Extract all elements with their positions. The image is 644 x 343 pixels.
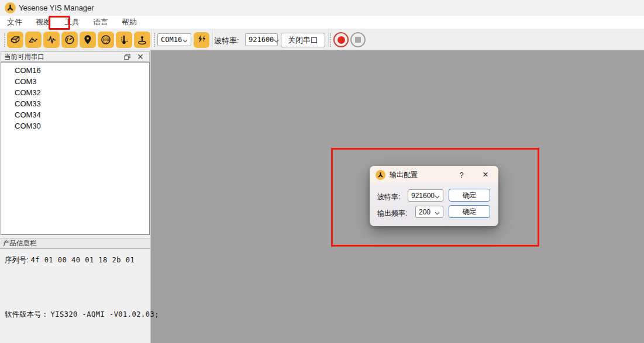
dialog-baud-value: 921600 [411,192,435,200]
dialog-freq-ok-button[interactable]: 确定 [449,205,490,218]
record-button[interactable] [333,32,349,47]
close-panel-icon[interactable] [136,53,145,61]
toolbar-drag-handle[interactable] [154,33,156,47]
com-port-select[interactable]: COM16 [157,33,191,46]
serial-number-value: 4f 01 00 40 01 18 2b 01 [30,256,135,264]
tool-button-temperature[interactable] [116,32,132,48]
menu-help[interactable]: 帮助 [116,15,143,29]
firmware-version-label: 软件版本号： [5,310,49,318]
dialog-title-bar: 输出配置 ? × [370,166,498,183]
gauge-icon [64,34,75,46]
stop-button[interactable] [350,32,366,47]
port-list-item[interactable]: COM34 [1,109,149,120]
output-config-dialog: 输出配置 ? × 波特率: 921600 确定 输出频率: 200 确定 [370,166,498,226]
available-ports-list[interactable]: COM16 COM3 COM32 COM33 COM34 COM30 [1,62,150,235]
lightning-refresh-icon [197,34,207,46]
yesense-logo-icon [376,170,385,180]
chevron-down-icon [182,34,188,45]
tool-button-3d-view[interactable] [7,32,23,48]
chevron-down-icon [435,207,440,217]
menu-tools[interactable]: 工具 [58,15,85,29]
toolbar-separator [212,30,213,48]
window-title: Yesense YIS Manager [19,4,94,12]
product-info-title: 产品信息栏 [3,239,37,248]
port-list-item[interactable]: COM32 [1,87,149,98]
float-panel-icon[interactable] [122,53,132,61]
menu-language[interactable]: 语言 [87,15,114,29]
firmware-version-value: YIS320 -AQMI -V01.02.03; [50,310,159,318]
menu-file[interactable]: 文件 [1,15,28,29]
chevron-down-icon [435,190,440,201]
joystick-icon [136,34,148,46]
toolbar-drag-handle[interactable] [330,33,332,47]
dialog-baud-ok-button[interactable]: 确定 [449,189,490,202]
dialog-baud-select[interactable]: 921600 [408,189,443,202]
app-window: Yesense YIS Manager 文件 视图 工具 语言 帮助 UTC [0,0,644,343]
firmware-version-line: 软件版本号： YIS320 -AQMI -V01.02.03; [5,310,159,320]
serial-number-line: 序列号: 4f 01 00 40 01 18 2b 01 [5,255,135,265]
yesense-logo-icon [5,2,16,13]
port-list-item[interactable]: COM3 [1,76,149,87]
port-list-item[interactable]: COM33 [1,98,149,109]
ports-panel-header: 当前可用串口 [1,51,150,62]
toolbar-separator [151,30,152,48]
toolbar-separator [328,30,329,48]
title-bar: Yesense YIS Manager [0,0,644,16]
dialog-freq-select[interactable]: 200 [415,206,443,218]
refresh-ports-button[interactable] [194,32,209,48]
serial-number-label: 序列号: [5,256,29,264]
product-info-header: 产品信息栏 [0,238,150,249]
dialog-help-button[interactable]: ? [456,171,467,179]
menu-bar: 文件 视图 工具 语言 帮助 [0,16,644,29]
tool-button-gauge[interactable] [61,32,78,48]
toolbar-drag-handle[interactable] [4,33,6,47]
utc-clock-icon: UTC [100,34,112,46]
port-list-item[interactable]: COM30 [1,120,149,131]
tool-button-utc-time[interactable]: UTC [98,32,114,48]
location-pin-icon [82,34,94,46]
thermometer-icon [118,34,130,46]
ports-panel-title: 当前可用串口 [4,53,122,61]
waveform-icon [46,34,57,46]
tool-button-angle-wave[interactable] [25,32,42,48]
tool-button-joystick[interactable] [134,32,150,48]
record-icon [338,36,345,44]
tool-button-waveform[interactable] [43,32,60,48]
dialog-freq-value: 200 [419,208,431,216]
dialog-freq-label: 输出频率: [377,209,407,219]
menu-view[interactable]: 视图 [30,15,57,29]
dialog-close-button[interactable]: × [480,170,491,179]
close-serial-button[interactable]: 关闭串口 [281,33,325,47]
tool-button-location[interactable] [80,32,96,48]
ports-dock-panel: 当前可用串口 COM16 COM3 COM32 COM33 COM34 COM3… [0,50,151,343]
com-port-value: COM16 [161,36,182,44]
baud-rate-select[interactable]: 921600 [245,33,278,46]
cube-3d-icon [9,34,21,46]
baud-rate-value: 921600 [249,36,274,44]
dialog-baud-label: 波特率: [377,192,400,202]
port-list-item[interactable]: COM16 [1,65,149,76]
svg-text:UTC: UTC [103,39,109,41]
baud-rate-label: 波特率: [214,36,239,46]
dialog-title: 输出配置 [390,170,456,180]
chevron-down-icon [274,34,279,45]
stop-icon [355,37,361,43]
angle-wave-icon [27,34,39,46]
toolbar: UTC COM16 波特率: 921600 关闭串口 [0,29,644,50]
